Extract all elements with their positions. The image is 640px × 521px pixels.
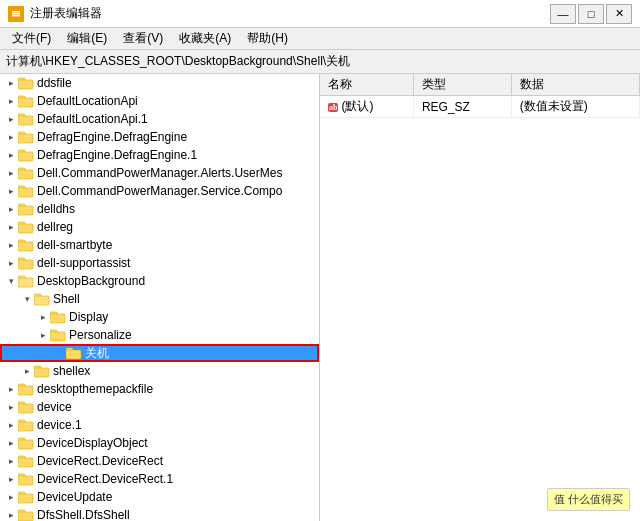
tree-arrow-dellsupportassist[interactable]: ▸ [4, 254, 18, 272]
folder-icon-device [18, 400, 34, 414]
svg-rect-29 [34, 296, 49, 305]
tree-label-defragengine1: DefragEngine.DefragEngine.1 [37, 148, 197, 162]
tree-arrow-device[interactable]: ▸ [4, 398, 18, 416]
tree-item-guanji[interactable]: ▸关机 [0, 344, 319, 362]
tree-item-desktoptheme[interactable]: ▸desktopthemepackfile [0, 380, 319, 398]
tree-arrow-ddsfile[interactable]: ▸ [4, 74, 18, 92]
folder-icon-deviceupdate [18, 490, 34, 504]
tree-item-shellex[interactable]: ▸shellex [0, 362, 319, 380]
tree-arrow-desktoptheme[interactable]: ▸ [4, 380, 18, 398]
maximize-button[interactable]: □ [578, 4, 604, 24]
window-title: 注册表编辑器 [30, 5, 102, 22]
tree-item-dellsmartbyte[interactable]: ▸dell-smartbyte [0, 236, 319, 254]
tree-item-device[interactable]: ▸device [0, 398, 319, 416]
folder-icon-shellex [34, 364, 50, 378]
minimize-button[interactable]: — [550, 4, 576, 24]
tree-arrow-devicerect[interactable]: ▸ [4, 452, 18, 470]
tree-arrow-devicerect1[interactable]: ▸ [4, 470, 18, 488]
tree-item-delldhs[interactable]: ▸delldhs [0, 200, 319, 218]
tree-arrow-devicedisplay[interactable]: ▸ [4, 434, 18, 452]
svg-rect-19 [18, 206, 33, 215]
tree-arrow-desktopbg[interactable]: ▾ [4, 272, 18, 290]
tree-arrow-dellcommandpower[interactable]: ▸ [4, 164, 18, 182]
folder-icon-guanji [66, 346, 82, 360]
tree-arrow-defragengine[interactable]: ▸ [4, 128, 18, 146]
tree-item-dellsupportassist[interactable]: ▸dell-supportassist [0, 254, 319, 272]
tree-item-desktopbg[interactable]: ▾DesktopBackground [0, 272, 319, 290]
registry-table: 名称 类型 数据 ab(默认)REG_SZ(数值未设置) [320, 74, 640, 118]
right-panel: 名称 类型 数据 ab(默认)REG_SZ(数值未设置) [320, 74, 640, 521]
tree-item-devicedisplay[interactable]: ▸DeviceDisplayObject [0, 434, 319, 452]
tree-item-devicerect1[interactable]: ▸DeviceRect.DeviceRect.1 [0, 470, 319, 488]
folder-icon-defragengine [18, 130, 34, 144]
svg-rect-5 [18, 80, 33, 89]
tree-item-defragengine[interactable]: ▸DefragEngine.DefragEngine [0, 128, 319, 146]
folder-icon-dfsshell [18, 508, 34, 521]
tree-arrow-defaultlocationapi[interactable]: ▸ [4, 92, 18, 110]
svg-rect-43 [18, 422, 33, 431]
tree-item-defaultlocationapi[interactable]: ▸DefaultLocationApi [0, 92, 319, 110]
tree-arrow-dfsshell[interactable]: ▸ [4, 506, 18, 521]
folder-icon-shell [34, 292, 50, 306]
svg-rect-17 [18, 188, 33, 197]
tree-arrow-defaultlocationapi1[interactable]: ▸ [4, 110, 18, 128]
tree-arrow-device1[interactable]: ▸ [4, 416, 18, 434]
tree-arrow-shellex[interactable]: ▸ [20, 362, 34, 380]
tree-arrow-delldhs[interactable]: ▸ [4, 200, 18, 218]
tree-item-personalize[interactable]: ▸Personalize [0, 326, 319, 344]
tree-item-shell[interactable]: ▾Shell [0, 290, 319, 308]
tree-arrow-shell[interactable]: ▾ [20, 290, 34, 308]
svg-rect-13 [18, 152, 33, 161]
tree-arrow-defragengine1[interactable]: ▸ [4, 146, 18, 164]
tree-panel[interactable]: ▸ddsfile▸DefaultLocationApi▸DefaultLocat… [0, 74, 320, 521]
menu-view[interactable]: 查看(V) [115, 28, 171, 49]
svg-rect-27 [18, 278, 33, 287]
tree-label-delldhs: delldhs [37, 202, 75, 216]
address-value: 计算机\HKEY_CLASSES_ROOT\DesktopBackground\… [6, 53, 634, 70]
menu-help[interactable]: 帮助(H) [239, 28, 296, 49]
menu-favorites[interactable]: 收藏夹(A) [171, 28, 239, 49]
tree-arrow-personalize[interactable]: ▸ [36, 326, 50, 344]
folder-icon-personalize [50, 328, 66, 342]
menu-edit[interactable]: 编辑(E) [59, 28, 115, 49]
tree-label-defaultlocationapi: DefaultLocationApi [37, 94, 138, 108]
folder-icon-desktoptheme [18, 382, 34, 396]
tree-item-display[interactable]: ▸Display [0, 308, 319, 326]
tree-item-dfsshell[interactable]: ▸DfsShell.DfsShell [0, 506, 319, 521]
app-icon [8, 6, 24, 22]
address-bar: 计算机\HKEY_CLASSES_ROOT\DesktopBackground\… [0, 50, 640, 74]
window-controls: — □ ✕ [550, 4, 632, 24]
table-row[interactable]: ab(默认)REG_SZ(数值未设置) [320, 96, 640, 118]
svg-rect-51 [18, 494, 33, 503]
tree-item-device1[interactable]: ▸device.1 [0, 416, 319, 434]
svg-rect-21 [18, 224, 33, 233]
folder-icon-devicerect [18, 454, 34, 468]
col-data: 数据 [511, 74, 639, 96]
tree-label-devicerect1: DeviceRect.DeviceRect.1 [37, 472, 173, 486]
close-button[interactable]: ✕ [606, 4, 632, 24]
tree-label-guanji: 关机 [85, 345, 109, 362]
tree-item-dellreg[interactable]: ▸dellreg [0, 218, 319, 236]
folder-icon-desktopbg [18, 274, 34, 288]
tree-item-defaultlocationapi1[interactable]: ▸DefaultLocationApi.1 [0, 110, 319, 128]
svg-rect-53 [18, 512, 33, 521]
tree-label-desktoptheme: desktopthemepackfile [37, 382, 153, 396]
folder-icon-device1 [18, 418, 34, 432]
menu-file[interactable]: 文件(F) [4, 28, 59, 49]
tree-item-deviceupdate[interactable]: ▸DeviceUpdate [0, 488, 319, 506]
tree-arrow-dellreg[interactable]: ▸ [4, 218, 18, 236]
tree-item-devicerect[interactable]: ▸DeviceRect.DeviceRect [0, 452, 319, 470]
folder-icon-delldhs [18, 202, 34, 216]
tree-item-dellcommandpower[interactable]: ▸Dell.CommandPowerManager.Alerts.UserMes [0, 164, 319, 182]
tree-item-dellcommandpower2[interactable]: ▸Dell.CommandPowerManager.Service.Compo [0, 182, 319, 200]
svg-rect-33 [50, 332, 65, 341]
tree-arrow-deviceupdate[interactable]: ▸ [4, 488, 18, 506]
tree-arrow-dellcommandpower2[interactable]: ▸ [4, 182, 18, 200]
folder-icon-devicedisplay [18, 436, 34, 450]
tree-arrow-display[interactable]: ▸ [36, 308, 50, 326]
svg-rect-9 [18, 116, 33, 125]
svg-rect-3 [12, 15, 20, 17]
tree-item-ddsfile[interactable]: ▸ddsfile [0, 74, 319, 92]
tree-arrow-dellsmartbyte[interactable]: ▸ [4, 236, 18, 254]
tree-item-defragengine1[interactable]: ▸DefragEngine.DefragEngine.1 [0, 146, 319, 164]
